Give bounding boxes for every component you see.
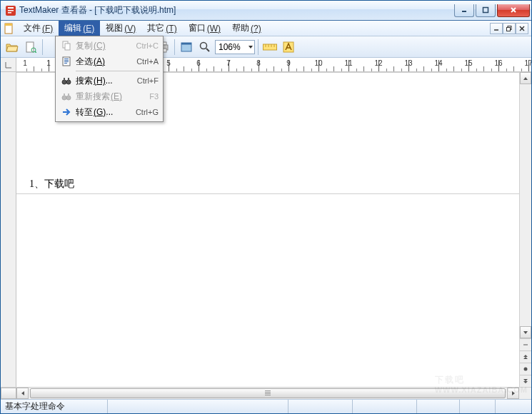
svg-rect-9 <box>5 24 12 26</box>
titlebar: TextMaker 查看器 - [下载吧下载说明.htm] <box>1 1 531 21</box>
page-up-button[interactable] <box>520 350 531 363</box>
scroll-down-button[interactable] <box>520 326 531 338</box>
window-title: TextMaker 查看器 - [下载吧下载说明.htm] <box>19 4 454 16</box>
mdi-minimize-button[interactable] <box>490 23 503 34</box>
status-cell <box>417 400 460 413</box>
page-separator <box>16 193 519 194</box>
ruler-toggle-button[interactable] <box>261 39 278 56</box>
app-window: TextMaker 查看器 - [下载吧下载说明.htm] 文件(F) 编辑(E… <box>0 0 532 414</box>
menubar: 文件(F) 编辑(E) 视图(V) 其它(T) 窗口(W) 帮助(?) <box>1 21 531 36</box>
menu-item-copy: 复制(C) Ctrl+C <box>57 38 161 54</box>
vscroll-track[interactable] <box>520 84 531 326</box>
status-cmd: 基本字处理命令 <box>1 400 108 413</box>
svg-rect-25 <box>264 44 277 50</box>
menu-item-research: 重新搜索(E) F3 <box>57 89 161 104</box>
scroll-corner <box>519 388 531 399</box>
svg-rect-47 <box>68 94 69 96</box>
browse-object-button[interactable] <box>520 363 531 375</box>
menu-item-select-all[interactable]: 全选(A) Ctrl+A <box>57 54 161 69</box>
maximize-button[interactable] <box>476 4 496 17</box>
svg-rect-2 <box>8 10 14 11</box>
menu-item-search[interactable]: 搜索(H)... Ctrl+F <box>57 73 161 89</box>
select-all-icon <box>60 56 73 66</box>
zoom-combo[interactable]: 106% <box>215 40 255 54</box>
document-icon <box>4 23 15 34</box>
svg-rect-38 <box>64 61 69 62</box>
binoculars-icon <box>60 76 73 86</box>
status-cell <box>288 400 353 413</box>
binoculars-icon <box>60 91 73 101</box>
formatting-button[interactable] <box>280 39 297 56</box>
scroll-line-up-button[interactable] <box>520 338 531 350</box>
app-icon <box>5 5 16 16</box>
zoom-value: 106% <box>219 42 249 52</box>
edit-menu-dropdown: 复制(C) Ctrl+C 全选(A) Ctrl+A 搜索(H)... Ctrl+… <box>55 36 164 122</box>
menu-window[interactable]: 窗口(W) <box>183 21 226 36</box>
zoom-button[interactable] <box>196 39 214 56</box>
vertical-ruler[interactable] <box>1 72 16 387</box>
svg-rect-36 <box>64 59 69 59</box>
fullscreen-button[interactable] <box>178 39 195 56</box>
open-button[interactable] <box>4 39 21 56</box>
scroll-up-button[interactable] <box>520 72 531 84</box>
menu-item-goto[interactable]: 转至(G)... Ctrl+G <box>57 104 161 120</box>
mdi-close-button[interactable] <box>516 23 528 34</box>
ruler-corner <box>1 58 16 71</box>
svg-rect-46 <box>64 94 65 96</box>
hscroll-thumb[interactable] <box>30 388 506 398</box>
page-down-button[interactable] <box>520 375 531 387</box>
svg-rect-22 <box>181 43 191 45</box>
menu-help[interactable]: 帮助(?) <box>226 21 267 36</box>
svg-rect-42 <box>64 78 65 81</box>
svg-rect-34 <box>65 44 70 50</box>
menu-other[interactable]: 其它(T) <box>141 21 182 36</box>
statusbar: 基本字处理命令 <box>1 399 531 413</box>
vertical-scrollbar[interactable] <box>519 72 531 387</box>
grip-icon <box>265 390 271 396</box>
copy-icon <box>60 41 73 51</box>
mdi-restore-button[interactable] <box>503 23 516 34</box>
svg-rect-3 <box>8 12 11 14</box>
scroll-left-button[interactable] <box>16 388 29 399</box>
mdi-controls <box>490 21 531 36</box>
hscroll-track[interactable] <box>29 388 507 399</box>
close-button[interactable] <box>497 4 530 17</box>
menu-edit[interactable]: 编辑(E) <box>59 21 100 36</box>
svg-rect-12 <box>507 27 511 31</box>
svg-line-17 <box>35 51 36 53</box>
hscroll-spacer <box>1 388 16 399</box>
minimize-button[interactable] <box>454 4 474 17</box>
svg-rect-1 <box>8 7 14 9</box>
toolbar-separator <box>174 39 175 55</box>
toolbar-separator <box>42 39 43 55</box>
status-cell <box>108 400 288 413</box>
svg-rect-37 <box>64 60 69 61</box>
scroll-right-button[interactable] <box>507 388 519 399</box>
svg-rect-5 <box>483 8 488 13</box>
svg-point-23 <box>201 42 207 49</box>
window-controls <box>454 4 530 17</box>
properties-button[interactable] <box>22 39 39 56</box>
horizontal-scrollbar[interactable] <box>1 387 531 399</box>
status-cell <box>460 400 496 413</box>
chevron-down-icon <box>249 46 253 49</box>
toolbar-separator <box>258 39 259 55</box>
arrow-right-icon <box>60 107 73 117</box>
menu-view[interactable]: 视图(V) <box>100 21 141 36</box>
svg-rect-39 <box>64 63 67 64</box>
status-cell <box>353 400 417 413</box>
menu-file[interactable]: 文件(F) <box>18 21 59 36</box>
svg-point-32 <box>524 368 528 371</box>
svg-rect-15 <box>26 42 34 52</box>
svg-rect-43 <box>68 78 69 81</box>
svg-line-24 <box>206 49 209 51</box>
status-cell <box>496 400 531 413</box>
menu-separator <box>76 71 160 71</box>
document-text-line: 1、下载吧 <box>29 178 74 191</box>
